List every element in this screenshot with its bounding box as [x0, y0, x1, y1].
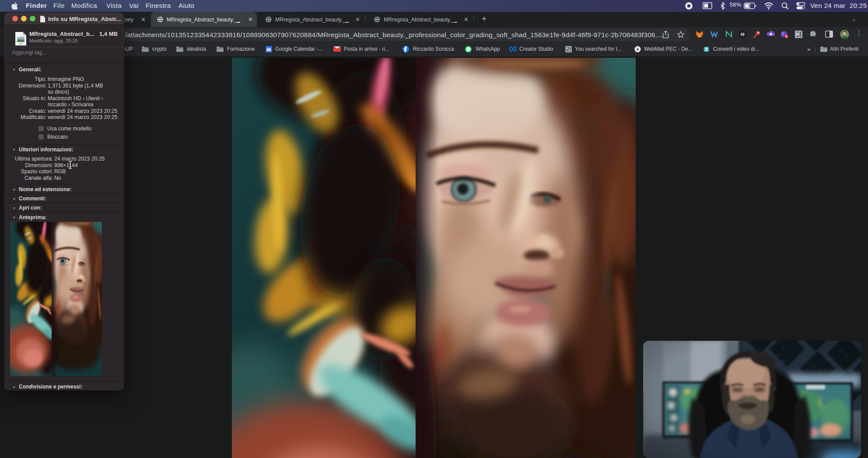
svg-text:31: 31: [267, 48, 271, 51]
svg-text:5: 5: [785, 35, 787, 38]
